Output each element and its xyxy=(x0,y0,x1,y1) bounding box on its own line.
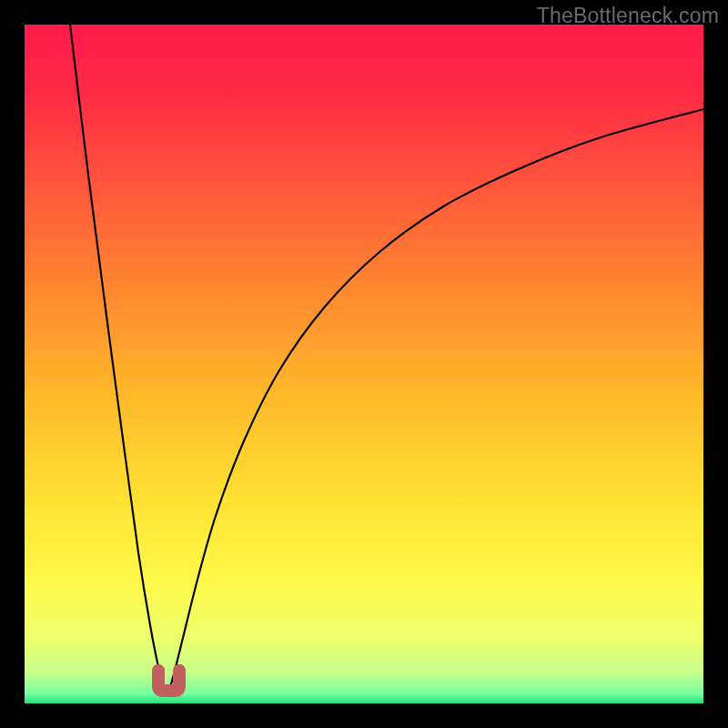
plot-area xyxy=(25,25,703,703)
svg-point-1 xyxy=(173,664,186,677)
svg-point-0 xyxy=(152,664,165,677)
gradient-background xyxy=(25,25,703,703)
bottleneck-chart xyxy=(25,25,703,703)
frame: TheBottleneck.com xyxy=(0,0,728,728)
